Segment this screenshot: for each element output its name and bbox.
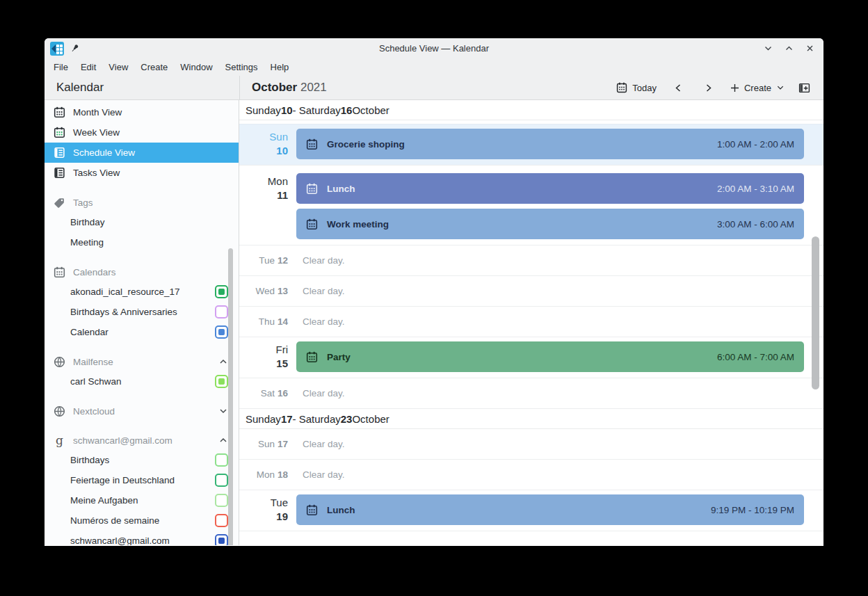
maximize-button[interactable]: [783, 43, 794, 54]
sidebar-item-label: Month View: [73, 107, 122, 118]
schedule-scrollbar[interactable]: [812, 236, 819, 389]
sidebar-app-title: Kalendar: [45, 76, 239, 99]
day-label: Tue12: [239, 254, 296, 268]
calendar-checkbox[interactable]: [215, 453, 228, 467]
event-card[interactable]: Grocerie shoping1:00 AM - 2:00 AM: [296, 129, 804, 159]
today-button[interactable]: Today: [610, 79, 663, 97]
sidebar-item-schedule-view[interactable]: Schedule View: [45, 143, 239, 163]
calendar-list-item[interactable]: akonadi_ical_resource_17: [45, 282, 239, 302]
today-calendar-icon: [616, 82, 627, 93]
section-header-tags[interactable]: Tags: [45, 193, 239, 212]
schedule-row-clear: Tue12Clear day.: [239, 245, 823, 276]
calendar-item-label: Birthdays & Anniversaries: [70, 307, 177, 317]
sidebar: Month View Week View Schedule View Tasks…: [45, 100, 239, 545]
section-header-mailfense[interactable]: Mailfense: [45, 352, 239, 371]
day-label: Wed13: [239, 284, 296, 298]
minimize-button[interactable]: [762, 43, 773, 54]
next-button[interactable]: [694, 80, 723, 96]
sidebar-item-tasks-view[interactable]: Tasks View: [45, 163, 239, 183]
pin-icon[interactable]: [70, 43, 80, 54]
add-calendar-source-button[interactable]: [792, 79, 817, 97]
day-label: Sun17: [239, 437, 296, 451]
calendar-list-item[interactable]: Birthdays & Anniversaries: [45, 302, 239, 322]
sidebar-item-month-view[interactable]: Month View: [45, 102, 239, 122]
calendar-list-item[interactable]: Meine Aufgaben: [45, 490, 239, 510]
day-label: Sat16: [239, 387, 296, 401]
section-title: Calendars: [73, 267, 228, 277]
sidebar-item-week-view[interactable]: Week View: [45, 122, 239, 143]
calendar-checkbox[interactable]: [215, 514, 228, 527]
chevron-left-icon: [674, 83, 683, 92]
schedule-view: Sunday 10 - Saturday 16 OctoberSun10 Gro…: [239, 100, 823, 545]
schedule-view-icon: [54, 147, 65, 159]
calendar-list-item[interactable]: Birthdays: [45, 450, 239, 470]
sidebar-item-label: Tasks View: [73, 168, 120, 178]
schedule-row-clear: Sun17Clear day.: [239, 429, 823, 460]
day-label: Mon18: [239, 468, 296, 482]
section-calendars: Calendarsakonadi_ical_resource_17Birthda…: [45, 262, 239, 342]
create-button[interactable]: Create: [724, 79, 791, 97]
calendar-item-label: Meine Aufgaben: [70, 495, 138, 506]
event-card[interactable]: Lunch2:00 AM - 3:10 AM: [296, 173, 804, 204]
menu-item-file[interactable]: File: [47, 60, 74, 74]
menu-item-settings[interactable]: Settings: [219, 60, 264, 74]
calendar-list-item[interactable]: Birthday: [45, 212, 239, 232]
checkbox-check-mark: [218, 538, 225, 544]
section-header-nextcloud[interactable]: Nextcloud: [45, 401, 239, 421]
event-title: Lunch: [327, 184, 355, 194]
calendar-list-item[interactable]: Feiertage in Deutschland: [45, 470, 239, 490]
section-title: Nextcloud: [73, 406, 211, 417]
menu-item-help[interactable]: Help: [264, 60, 296, 74]
menubar: FileEditViewCreateWindowSettingsHelp: [45, 58, 823, 76]
calendar-checkbox[interactable]: [215, 534, 228, 545]
menu-item-create[interactable]: Create: [134, 60, 174, 74]
menu-item-view[interactable]: View: [102, 60, 134, 74]
calendar-checkbox[interactable]: [215, 305, 228, 319]
section-header-gmail[interactable]: gschwancarl@gmail.com: [45, 430, 239, 450]
section-nextcloud: Nextcloud: [45, 401, 239, 421]
header-band: Kalendar October 2021 Today: [45, 76, 823, 100]
titlebar[interactable]: Schedule View — Kalendar: [45, 38, 823, 58]
event-title: Work meeting: [327, 219, 389, 229]
menu-item-window[interactable]: Window: [174, 60, 218, 74]
kalendar-window: Schedule View — Kalendar FileEditViewCre…: [45, 38, 823, 546]
toolbar: Today Create: [610, 79, 817, 97]
menu-item-edit[interactable]: Edit: [74, 60, 102, 74]
event-time: 9:19 PM - 10:19 PM: [711, 505, 794, 515]
event-time: 1:00 AM - 2:00 AM: [717, 139, 794, 150]
event-time: 2:00 AM - 3:10 AM: [717, 184, 794, 194]
calendar-checkbox[interactable]: [215, 285, 228, 298]
checkbox-check-mark: [218, 378, 225, 385]
calendar-item-label: Calendar: [70, 327, 108, 337]
kalendar-app-icon: [50, 42, 64, 56]
globe-icon: [54, 405, 65, 417]
calendar-checkbox[interactable]: [215, 325, 228, 339]
window-body: Month View Week View Schedule View Tasks…: [45, 100, 823, 545]
calendar-list-item[interactable]: Numéros de semaine: [45, 510, 239, 531]
section-title: schwancarl@gmail.com: [73, 435, 211, 446]
main-header: October 2021 Today: [239, 76, 823, 99]
event-title: Lunch: [327, 505, 355, 515]
sidebar-scrollbar[interactable]: [228, 248, 233, 545]
event-calendar-icon: [306, 138, 318, 150]
close-button[interactable]: [804, 43, 815, 54]
calendar-list-item[interactable]: Calendar: [45, 322, 239, 342]
calendar-checkbox[interactable]: [215, 494, 228, 507]
week-view-icon: [54, 127, 65, 138]
calendar-list-item[interactable]: schwancarl@gmail.com: [45, 531, 239, 545]
section-header-calendars[interactable]: Calendars: [45, 262, 239, 282]
day-label: Mon11: [239, 169, 296, 245]
event-card[interactable]: Lunch9:19 PM - 10:19 PM: [296, 494, 804, 525]
event-card[interactable]: Party6:00 AM - 7:00 AM: [296, 341, 804, 372]
calendar-list-item[interactable]: carl Schwan: [45, 371, 239, 392]
previous-button[interactable]: [664, 80, 693, 96]
globe-icon: [54, 356, 65, 368]
calendar-checkbox[interactable]: [215, 474, 228, 487]
calendar-list-item[interactable]: Meeting: [45, 232, 239, 252]
week-header: Sunday 10 - Saturday 16 October: [239, 100, 823, 120]
calendar-checkbox[interactable]: [215, 375, 228, 388]
event-card[interactable]: Work meeting3:00 AM - 6:00 AM: [296, 209, 804, 239]
clear-day-text: Clear day.: [296, 286, 345, 296]
tasks-view-icon: [54, 167, 65, 179]
chevron-up-icon: [218, 435, 228, 445]
